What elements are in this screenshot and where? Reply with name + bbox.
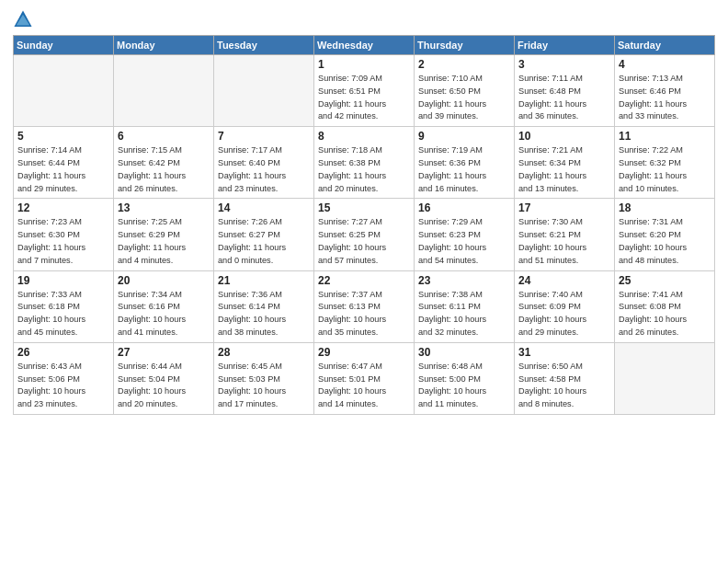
calendar-day-cell: 23Sunrise: 7:38 AMSunset: 6:11 PMDayligh… xyxy=(415,270,515,342)
day-info: Sunrise: 7:31 AMSunset: 6:20 PMDaylight:… xyxy=(619,216,711,267)
day-number: 21 xyxy=(218,274,311,287)
calendar-day-cell: 13Sunrise: 7:25 AMSunset: 6:29 PMDayligh… xyxy=(114,199,214,270)
calendar-week-row: 5Sunrise: 7:14 AMSunset: 6:44 PMDaylight… xyxy=(14,127,715,199)
day-info: Sunrise: 7:27 AMSunset: 6:25 PMDaylight:… xyxy=(318,216,411,267)
calendar-day-cell xyxy=(214,55,314,127)
day-number: 5 xyxy=(17,130,110,143)
calendar-day-cell: 11Sunrise: 7:22 AMSunset: 6:32 PMDayligh… xyxy=(615,127,715,199)
day-number: 4 xyxy=(619,58,711,71)
header xyxy=(13,9,715,29)
weekday-header: Wednesday xyxy=(314,36,415,55)
day-number: 18 xyxy=(619,201,711,214)
day-number: 11 xyxy=(619,130,711,143)
day-number: 30 xyxy=(418,346,511,359)
calendar-day-cell: 9Sunrise: 7:19 AMSunset: 6:36 PMDaylight… xyxy=(415,127,515,199)
day-number: 15 xyxy=(318,201,411,214)
day-info: Sunrise: 7:18 AMSunset: 6:38 PMDaylight:… xyxy=(318,144,411,195)
calendar-day-cell: 21Sunrise: 7:36 AMSunset: 6:14 PMDayligh… xyxy=(214,270,314,342)
calendar-day-cell: 2Sunrise: 7:10 AMSunset: 6:50 PMDaylight… xyxy=(415,55,515,127)
day-info: Sunrise: 7:15 AMSunset: 6:42 PMDaylight:… xyxy=(118,144,210,195)
day-number: 28 xyxy=(218,346,311,359)
calendar-day-cell: 18Sunrise: 7:31 AMSunset: 6:20 PMDayligh… xyxy=(615,199,715,270)
day-info: Sunrise: 7:37 AMSunset: 6:13 PMDaylight:… xyxy=(318,289,411,339)
day-info: Sunrise: 7:17 AMSunset: 6:40 PMDaylight:… xyxy=(218,144,311,195)
calendar-day-cell: 12Sunrise: 7:23 AMSunset: 6:30 PMDayligh… xyxy=(14,199,114,270)
day-info: Sunrise: 6:48 AMSunset: 5:00 PMDaylight:… xyxy=(418,361,511,411)
day-info: Sunrise: 6:50 AMSunset: 4:58 PMDaylight:… xyxy=(518,361,611,411)
calendar-day-cell: 7Sunrise: 7:17 AMSunset: 6:40 PMDaylight… xyxy=(214,127,314,199)
day-number: 7 xyxy=(218,130,311,143)
calendar-week-row: 12Sunrise: 7:23 AMSunset: 6:30 PMDayligh… xyxy=(14,199,715,270)
logo-icon xyxy=(13,9,33,29)
calendar-day-cell: 20Sunrise: 7:34 AMSunset: 6:16 PMDayligh… xyxy=(114,270,214,342)
day-info: Sunrise: 7:33 AMSunset: 6:18 PMDaylight:… xyxy=(17,289,110,339)
day-info: Sunrise: 7:29 AMSunset: 6:23 PMDaylight:… xyxy=(418,216,511,267)
calendar-day-cell: 16Sunrise: 7:29 AMSunset: 6:23 PMDayligh… xyxy=(415,199,515,270)
calendar-day-cell: 15Sunrise: 7:27 AMSunset: 6:25 PMDayligh… xyxy=(314,199,415,270)
day-info: Sunrise: 7:30 AMSunset: 6:21 PMDaylight:… xyxy=(518,216,611,267)
day-info: Sunrise: 7:40 AMSunset: 6:09 PMDaylight:… xyxy=(518,289,611,339)
calendar-week-row: 1Sunrise: 7:09 AMSunset: 6:51 PMDaylight… xyxy=(14,55,715,127)
day-info: Sunrise: 7:21 AMSunset: 6:34 PMDaylight:… xyxy=(518,144,611,195)
calendar-day-cell: 6Sunrise: 7:15 AMSunset: 6:42 PMDaylight… xyxy=(114,127,214,199)
day-number: 3 xyxy=(518,58,611,71)
calendar-day-cell: 19Sunrise: 7:33 AMSunset: 6:18 PMDayligh… xyxy=(14,270,114,342)
calendar-day-cell: 27Sunrise: 6:44 AMSunset: 5:04 PMDayligh… xyxy=(114,342,214,414)
calendar-day-cell: 22Sunrise: 7:37 AMSunset: 6:13 PMDayligh… xyxy=(314,270,415,342)
calendar-day-cell: 25Sunrise: 7:41 AMSunset: 6:08 PMDayligh… xyxy=(615,270,715,342)
calendar-day-cell: 5Sunrise: 7:14 AMSunset: 6:44 PMDaylight… xyxy=(14,127,114,199)
logo xyxy=(13,9,37,29)
weekday-header: Tuesday xyxy=(214,36,314,55)
weekday-header: Saturday xyxy=(615,36,715,55)
day-number: 24 xyxy=(518,274,611,287)
day-number: 19 xyxy=(17,274,110,287)
day-number: 25 xyxy=(619,274,711,287)
day-info: Sunrise: 7:38 AMSunset: 6:11 PMDaylight:… xyxy=(418,289,511,339)
day-info: Sunrise: 7:41 AMSunset: 6:08 PMDaylight:… xyxy=(619,289,711,339)
day-number: 22 xyxy=(318,274,411,287)
day-number: 26 xyxy=(17,346,110,359)
day-info: Sunrise: 7:11 AMSunset: 6:48 PMDaylight:… xyxy=(518,73,611,123)
day-number: 13 xyxy=(118,201,210,214)
day-info: Sunrise: 7:09 AMSunset: 6:51 PMDaylight:… xyxy=(318,73,411,123)
page: SundayMondayTuesdayWednesdayThursdayFrid… xyxy=(0,0,728,563)
calendar-day-cell: 30Sunrise: 6:48 AMSunset: 5:00 PMDayligh… xyxy=(415,342,515,414)
day-info: Sunrise: 6:43 AMSunset: 5:06 PMDaylight:… xyxy=(17,361,110,411)
day-info: Sunrise: 7:19 AMSunset: 6:36 PMDaylight:… xyxy=(418,144,511,195)
day-number: 17 xyxy=(518,201,611,214)
calendar-day-cell xyxy=(615,342,715,414)
day-number: 2 xyxy=(418,58,511,71)
day-number: 10 xyxy=(518,130,611,143)
day-info: Sunrise: 7:25 AMSunset: 6:29 PMDaylight:… xyxy=(118,216,210,267)
weekday-header: Monday xyxy=(114,36,214,55)
day-number: 14 xyxy=(218,201,311,214)
day-info: Sunrise: 7:22 AMSunset: 6:32 PMDaylight:… xyxy=(619,144,711,195)
calendar-week-row: 26Sunrise: 6:43 AMSunset: 5:06 PMDayligh… xyxy=(14,342,715,414)
weekday-header: Friday xyxy=(515,36,615,55)
day-info: Sunrise: 7:14 AMSunset: 6:44 PMDaylight:… xyxy=(17,144,110,195)
day-info: Sunrise: 7:10 AMSunset: 6:50 PMDaylight:… xyxy=(418,73,511,123)
calendar-day-cell: 29Sunrise: 6:47 AMSunset: 5:01 PMDayligh… xyxy=(314,342,415,414)
calendar-day-cell: 4Sunrise: 7:13 AMSunset: 6:46 PMDaylight… xyxy=(615,55,715,127)
day-number: 1 xyxy=(318,58,411,71)
calendar-week-row: 19Sunrise: 7:33 AMSunset: 6:18 PMDayligh… xyxy=(14,270,715,342)
day-number: 23 xyxy=(418,274,511,287)
calendar-day-cell: 17Sunrise: 7:30 AMSunset: 6:21 PMDayligh… xyxy=(515,199,615,270)
day-info: Sunrise: 7:23 AMSunset: 6:30 PMDaylight:… xyxy=(17,216,110,267)
day-number: 6 xyxy=(118,130,210,143)
day-number: 27 xyxy=(118,346,210,359)
calendar-day-cell: 31Sunrise: 6:50 AMSunset: 4:58 PMDayligh… xyxy=(515,342,615,414)
day-info: Sunrise: 6:44 AMSunset: 5:04 PMDaylight:… xyxy=(118,361,210,411)
calendar-day-cell: 24Sunrise: 7:40 AMSunset: 6:09 PMDayligh… xyxy=(515,270,615,342)
day-info: Sunrise: 6:47 AMSunset: 5:01 PMDaylight:… xyxy=(318,361,411,411)
calendar-day-cell: 28Sunrise: 6:45 AMSunset: 5:03 PMDayligh… xyxy=(214,342,314,414)
calendar-header-row: SundayMondayTuesdayWednesdayThursdayFrid… xyxy=(14,36,715,55)
calendar-day-cell xyxy=(114,55,214,127)
day-info: Sunrise: 7:13 AMSunset: 6:46 PMDaylight:… xyxy=(619,73,711,123)
day-number: 16 xyxy=(418,201,511,214)
day-info: Sunrise: 7:36 AMSunset: 6:14 PMDaylight:… xyxy=(218,289,311,339)
weekday-header: Sunday xyxy=(14,36,114,55)
day-number: 31 xyxy=(518,346,611,359)
day-info: Sunrise: 6:45 AMSunset: 5:03 PMDaylight:… xyxy=(218,361,311,411)
weekday-header: Thursday xyxy=(415,36,515,55)
